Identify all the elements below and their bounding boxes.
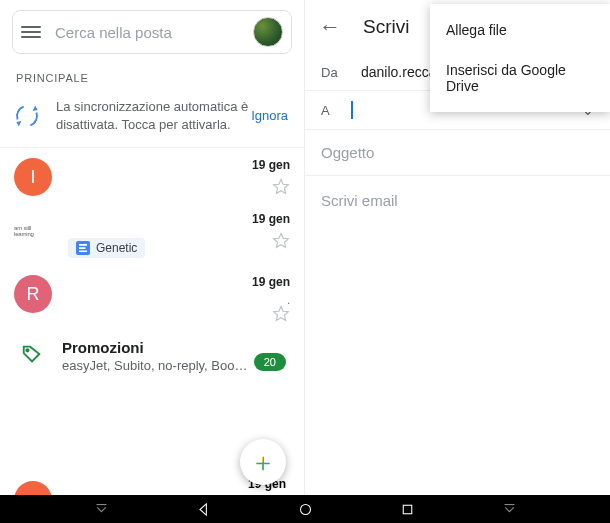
- sync-message: La sincronizzazione automatica è disatti…: [56, 98, 251, 133]
- compose-fab[interactable]: ＋: [240, 439, 286, 485]
- android-navbar: [0, 495, 610, 523]
- menu-insert-drive[interactable]: Inserisci da Google Drive: [430, 50, 610, 106]
- sync-icon: [12, 101, 41, 130]
- from-label: Da: [321, 65, 361, 80]
- nav-home[interactable]: [297, 501, 314, 518]
- star-icon[interactable]: [272, 305, 290, 323]
- star-icon[interactable]: [272, 178, 290, 196]
- sender-avatar: [14, 481, 52, 495]
- plus-icon: ＋: [250, 449, 276, 475]
- compose-title: Scrivi: [363, 16, 409, 38]
- sync-banner[interactable]: La sincronizzazione automatica è disatti…: [0, 90, 304, 148]
- compose-pane: ← Scrivi Allega file Inserisci da Google…: [305, 0, 610, 495]
- inbox-pane: Cerca nella posta PRINCIPALE La sincroni…: [0, 0, 305, 495]
- search-bar[interactable]: Cerca nella posta: [12, 10, 292, 54]
- mail-row[interactable]: I 19 gen: [0, 148, 304, 202]
- tag-icon: [14, 339, 50, 365]
- sender-avatar: R: [14, 275, 52, 313]
- svg-point-1: [300, 504, 310, 514]
- svg-rect-2: [403, 505, 412, 514]
- body-input[interactable]: Scrivi email: [305, 176, 610, 225]
- svg-point-0: [26, 349, 28, 351]
- mail-row[interactable]: R 19 gen .: [0, 265, 304, 329]
- back-icon[interactable]: ←: [319, 14, 341, 40]
- ignore-button[interactable]: Ignora: [251, 108, 288, 123]
- mail-date: 19 gen: [252, 212, 290, 226]
- search-placeholder: Cerca nella posta: [55, 24, 253, 41]
- attachment-chip[interactable]: Genetic: [68, 238, 145, 258]
- subject-input[interactable]: Oggetto: [305, 130, 610, 176]
- nav-dropdown-right[interactable]: [501, 501, 518, 518]
- doc-icon: [76, 241, 90, 255]
- promo-badge: 20: [254, 353, 286, 371]
- promo-title: Promozioni: [62, 339, 290, 356]
- mail-row[interactable]: am still learning Genetic 19 gen: [0, 202, 304, 265]
- menu-attach-file[interactable]: Allega file: [430, 10, 610, 50]
- nav-dropdown-left[interactable]: [93, 501, 110, 518]
- menu-icon[interactable]: [21, 22, 41, 42]
- attach-menu: Allega file Inserisci da Google Drive: [430, 4, 610, 112]
- chip-label: Genetic: [96, 241, 137, 255]
- to-label: A: [321, 103, 351, 118]
- nav-recent[interactable]: [399, 501, 416, 518]
- sender-avatar: I: [14, 158, 52, 196]
- sender-avatar: am still learning: [14, 212, 52, 250]
- section-label: PRINCIPALE: [0, 64, 304, 90]
- mail-date: 19 gen: [252, 158, 290, 172]
- promotions-row[interactable]: Promozioni easyJet, Subito, no-reply, Bo…: [0, 329, 304, 379]
- nav-back[interactable]: [195, 501, 212, 518]
- account-avatar[interactable]: [253, 17, 283, 47]
- mail-date: 19 gen: [252, 275, 290, 289]
- star-icon[interactable]: [272, 232, 290, 250]
